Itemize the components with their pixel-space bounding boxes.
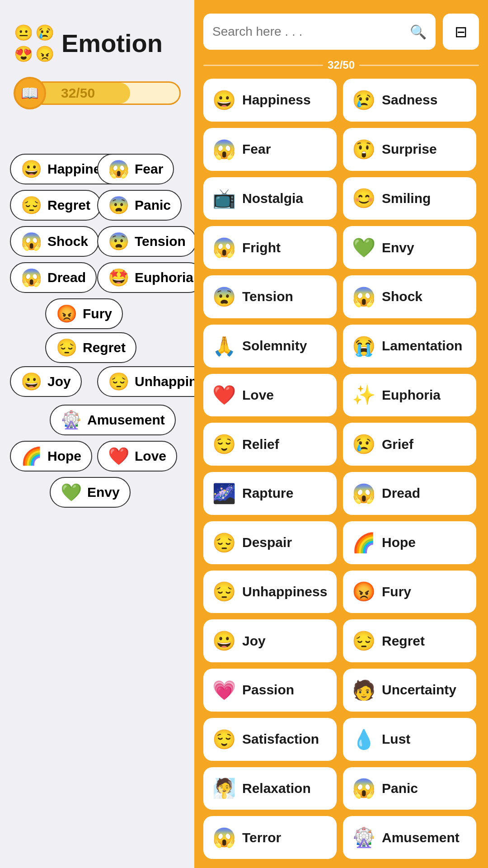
left-card-joy[interactable]: 😀Joy [10,366,82,397]
grid-emotion-fury[interactable]: 😡Fury [343,571,476,613]
grid-label-28: Relaxation [242,781,311,796]
card-emoji-euphoria: 🤩 [108,268,129,288]
grid-emotion-passion[interactable]: 💗Passion [203,669,337,712]
search-input[interactable] [212,24,405,39]
left-card-fury[interactable]: 😡Fury [45,298,123,329]
grid-emoji-10: 🙏 [212,335,236,357]
card-emoji-regret2: 😔 [56,338,77,358]
progress-bar-container: 📖 32/50 [14,77,181,109]
card-label-hope: Hope [47,448,81,464]
filter-button[interactable]: ⊟ [443,14,479,50]
grid-emotion-rapture[interactable]: 🌌Rapture [203,472,337,515]
grid-emotion-love[interactable]: ❤️Love [203,374,337,417]
right-progress-count: 32/50 [328,59,355,71]
grid-emotion-lust[interactable]: 💧Lust [343,718,476,761]
card-emoji-unhappiness: 😔 [108,372,129,392]
card-label-regret2: Regret [83,340,126,355]
grid-emotion-hope[interactable]: 🌈Hope [343,521,476,564]
grid-emotion-euphoria[interactable]: ✨Euphoria [343,374,476,417]
grid-label-29: Panic [382,781,418,796]
left-card-dread[interactable]: 😱Dread [10,262,97,293]
grid-emoji-0: 😀 [212,89,236,111]
grid-emotion-relaxation[interactable]: 🧖Relaxation [203,767,337,810]
left-card-panic[interactable]: 😨Panic [97,190,182,221]
grid-emoji-22: 😀 [212,630,236,652]
grid-emoji-18: 😔 [212,532,236,554]
grid-label-13: Euphoria [382,387,441,403]
grid-emotion-smiling[interactable]: 😊Smiling [343,177,476,220]
grid-emoji-8: 😨 [212,286,236,308]
left-card-amusement[interactable]: 🎡Amusement [50,405,176,435]
grid-label-15: Grief [382,437,413,452]
left-card-regret[interactable]: 😔Regret [10,190,101,221]
card-label-tension: Tension [135,234,186,249]
grid-emotion-amusement[interactable]: 🎡Amusement [343,816,476,859]
grid-emotion-terror[interactable]: 😱Terror [203,816,337,859]
grid-label-24: Passion [242,682,294,698]
grid-label-27: Lust [382,731,410,747]
card-label-unhappiness: Unhappiness [135,374,194,389]
grid-emotion-despair[interactable]: 😔Despair [203,521,337,564]
card-label-dread: Dread [47,270,86,285]
left-card-shock[interactable]: 😱Shock [10,226,99,257]
card-emoji-envy: 💚 [61,482,82,502]
grid-emoji-11: 😭 [352,335,375,357]
left-card-fear[interactable]: 😱Fear [97,154,174,184]
grid-label-18: Despair [242,535,292,550]
grid-label-16: Rapture [242,486,293,501]
card-label-shock: Shock [47,234,88,249]
grid-emotion-envy[interactable]: 💚Envy [343,226,476,269]
grid-label-8: Tension [242,289,293,304]
grid-label-23: Regret [382,633,425,649]
card-label-euphoria: Euphoria [135,270,193,285]
left-card-euphoria[interactable]: 🤩Euphoria [97,262,194,293]
grid-emotion-uncertainty[interactable]: 🧑Uncertainty [343,669,476,712]
grid-label-25: Uncertainty [382,682,456,698]
grid-emotion-satisfaction[interactable]: 😌Satisfaction [203,718,337,761]
grid-label-14: Relief [242,437,279,452]
right-progress-indicator: 32/50 [203,59,479,71]
progress-text: 32/50 [52,85,95,101]
card-emoji-regret: 😔 [21,195,42,215]
grid-emotion-unhappiness[interactable]: 😔Unhappiness [203,571,337,613]
grid-emotion-surprise[interactable]: 😲Surprise [343,128,476,171]
grid-emotion-sadness[interactable]: 😢Sadness [343,79,476,122]
left-card-hope[interactable]: 🌈Hope [10,441,92,472]
grid-emoji-13: ✨ [352,384,375,406]
left-card-regret2[interactable]: 😔Regret [45,332,136,363]
grid-emotion-regret[interactable]: 😔Regret [343,619,476,662]
card-emoji-hope: 🌈 [21,446,42,466]
left-card-tension[interactable]: 😨Tension [97,226,194,257]
grid-emotion-shock[interactable]: 😱Shock [343,275,476,318]
grid-emotion-relief[interactable]: 😌Relief [203,423,337,466]
left-card-envy[interactable]: 💚Envy [50,477,131,508]
grid-emoji-2: 😱 [212,138,236,160]
grid-emoji-26: 😌 [212,728,236,750]
grid-emotion-dread[interactable]: 😱Dread [343,472,476,515]
grid-emotion-nostalgia[interactable]: 📺Nostalgia [203,177,337,220]
grid-emotion-fear[interactable]: 😱Fear [203,128,337,171]
app-logo: 😐 😢 😍 😠 [14,23,54,63]
search-box[interactable]: 🔍 [203,14,436,50]
grid-emoji-7: 💚 [352,236,375,259]
progress-line-left [203,65,323,66]
card-label-panic: Panic [135,198,171,213]
grid-emoji-14: 😌 [212,433,236,455]
grid-emoji-28: 🧖 [212,777,236,799]
left-card-love[interactable]: ❤️Love [97,441,177,472]
emotions-grid: 😀Happiness😢Sadness😱Fear😲Surprise📺Nostalg… [203,79,479,859]
grid-emotion-happiness[interactable]: 😀Happiness [203,79,337,122]
grid-emotion-joy[interactable]: 😀Joy [203,619,337,662]
left-card-unhappiness[interactable]: 😔Unhappiness [97,366,194,397]
card-emoji-tension: 😨 [108,231,129,251]
grid-emotion-solemnity[interactable]: 🙏Solemnity [203,325,337,368]
logo-emoji-2: 😢 [35,23,54,42]
grid-emotion-panic[interactable]: 😱Panic [343,767,476,810]
grid-emotion-lamentation[interactable]: 😭Lamentation [343,325,476,368]
grid-emotion-grief[interactable]: 😢Grief [343,423,476,466]
grid-emoji-24: 💗 [212,679,236,701]
card-label-joy: Joy [47,374,71,389]
grid-emotion-fright[interactable]: 😱Fright [203,226,337,269]
progress-bar-track: 32/50 [42,81,181,105]
grid-emotion-tension[interactable]: 😨Tension [203,275,337,318]
